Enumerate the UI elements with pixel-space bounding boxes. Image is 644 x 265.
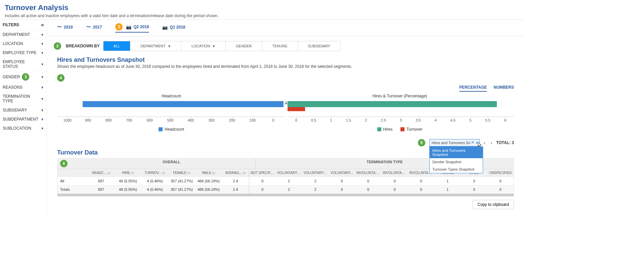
headcount-swatch-icon [159,127,163,131]
chevron-down-icon: ▼ [41,108,44,112]
group-overall: OVERALL [88,159,255,165]
snapshot-option[interactable]: Hires and Turnovers Snapshot [430,147,483,158]
chart-header-left: Headcount [57,94,286,98]
column-header[interactable]: INVOLUNTAR... [355,169,382,177]
legend-hires: Hires [383,127,393,132]
segment-all[interactable]: ALL [103,41,131,51]
cell: 2 [302,177,329,185]
axis-tick: 100 [242,117,263,122]
cell: 0 [329,185,355,193]
axis-tick: 5.5 [479,117,497,122]
callout-5: 5 [418,139,425,146]
row-label-header [57,169,88,177]
filter-location[interactable]: LOCATION▼ [0,39,47,48]
segment-subsidiary[interactable]: SUBSIDIARY [298,41,340,51]
period-tabs: 〜2018〜20171📷Q2 2018📷Q1 2018 [47,20,524,36]
axis-tick: 1.5 [340,117,357,122]
chart-header-right: Hires & Turnover (Percentage) [286,94,514,98]
fx-icon: ƒx [212,171,215,175]
tab-2018[interactable]: 〜2018 [57,23,73,33]
segment-location[interactable]: LOCATION▼ [181,41,226,51]
filters-heading: FILTERS [3,23,19,27]
toggle-numbers[interactable]: NUMBERS [493,85,514,92]
axis-tick: 200 [222,117,242,122]
axis-tick: 0 [288,117,305,122]
cell: 0 [329,177,355,185]
filter-employee-type[interactable]: EMPLOYEE TYPE▼ [0,48,47,57]
callout-2: 2 [54,42,61,50]
column-header[interactable]: VOLUNTARY... [329,169,355,177]
column-header[interactable]: HIREƒx [115,169,141,177]
filter-subsidiary[interactable]: SUBSIDIARY▼ [0,106,47,115]
column-header[interactable]: NOT SPECIFIED [249,169,276,177]
chevron-down-icon: ▼ [41,118,44,121]
segment-department[interactable]: DEPARTMENT▼ [130,41,181,51]
column-header[interactable]: MALEƒx [195,169,222,177]
cell: 0 [408,177,434,185]
horizontal-scrollbar[interactable] [57,194,514,196]
axis-tick: 6 [497,117,514,122]
cell: 3 [461,185,487,193]
fx-icon: ƒx [187,171,190,175]
column-header[interactable]: VOLUNTARY ... [302,169,329,177]
toggle-percentage[interactable]: PERCENTAGE [459,85,487,92]
filter-termination-type[interactable]: TERMINATION TYPE▼ [0,92,47,106]
next-icon[interactable]: › [489,140,493,145]
axis-tick: 600 [139,117,160,122]
axis-tick: 500 [160,117,180,122]
copy-to-clipboard-button[interactable]: Copy to clipboard [473,200,514,209]
filter-gender[interactable]: GENDER3▼ [0,71,47,83]
axis-tick: 2 [357,117,375,122]
filters-sidebar: FILTERS « DEPARTMENT▼LOCATION▼EMPLOYEE T… [0,20,47,219]
prev-icon[interactable]: ‹ [482,140,487,145]
snapshot-option[interactable]: Gender Snapshot [430,158,483,166]
column-header[interactable]: AVERAG...ƒx [222,169,249,177]
chevron-down-icon: ▼ [212,44,215,48]
tab-2017[interactable]: 〜2017 [86,23,102,33]
cell: 0 [249,177,276,185]
axis-tick: 900 [78,117,98,122]
filter-sublocation[interactable]: SUBLOCATION▼ [0,124,47,133]
column-header[interactable]: UNSPECIFIED [487,169,514,177]
cell: 0 [355,177,382,185]
chevron-down-icon: ▼ [41,86,44,89]
chevron-down-icon: ▼ [41,51,44,55]
filter-reasons[interactable]: REASONS▼ [0,83,47,92]
column-header[interactable]: TURNOV...ƒx [141,169,168,177]
collapse-icon[interactable]: « [41,22,44,28]
callout-3: 3 [22,73,29,81]
column-header[interactable]: INVOLUNTAR... [382,169,408,177]
chevron-down-icon: ▼ [41,62,44,66]
page-subtitle: Includes all active and inactive employe… [5,13,519,18]
axis-tick: 1000 [57,117,78,122]
segment-gender[interactable]: GENDER [226,41,262,51]
axis-tick: 0.5 [305,117,323,122]
camera-icon: 📷 [162,25,168,30]
turnover-swatch-icon [400,127,404,131]
fx-icon: ƒx [131,171,134,175]
filter-subdepartment[interactable]: SUBDEPARTMENT▼ [0,115,47,124]
tab-q2-2018[interactable]: 1📷Q2 2018 [115,23,149,33]
camera-icon: 📷 [126,25,131,30]
column-header[interactable]: HEADC...ƒx [88,169,115,177]
chart-area: All 10009008007006005004003002001000 00.… [47,100,524,122]
column-header[interactable]: FEMALEƒx [168,169,195,177]
axis-tick: 400 [181,117,201,122]
clear-icon[interactable]: ✕ [471,140,474,145]
hires-bar [288,101,497,107]
snapshot-option[interactable]: Turnover Types Snapshot [430,166,483,173]
cell: 48 (5.55%) [115,177,141,185]
tab-q1-2018[interactable]: 📷Q1 2018 [162,23,185,33]
snapshot-selector[interactable]: ✕ ▲ Hires and Turnovers SnapshotGender S… [429,139,480,146]
chevron-up-icon[interactable]: ▲ [475,141,478,144]
cell: 0 [487,185,514,193]
segment-tenure[interactable]: TENURE [262,41,298,51]
axis-tick: 2.5 [375,117,392,122]
column-header[interactable]: VOLUNTARY R... [276,169,302,177]
chevron-down-icon: ▼ [41,33,44,37]
snapshot-dropdown: Hires and Turnovers SnapshotGender Snaps… [429,146,483,173]
filter-department[interactable]: DEPARTMENT▼ [0,30,47,39]
trend-icon: 〜 [86,24,91,30]
filter-employee-status[interactable]: EMPLOYEE STATUS▼ [0,57,47,71]
cell: 357 (41.27%) [168,185,195,193]
